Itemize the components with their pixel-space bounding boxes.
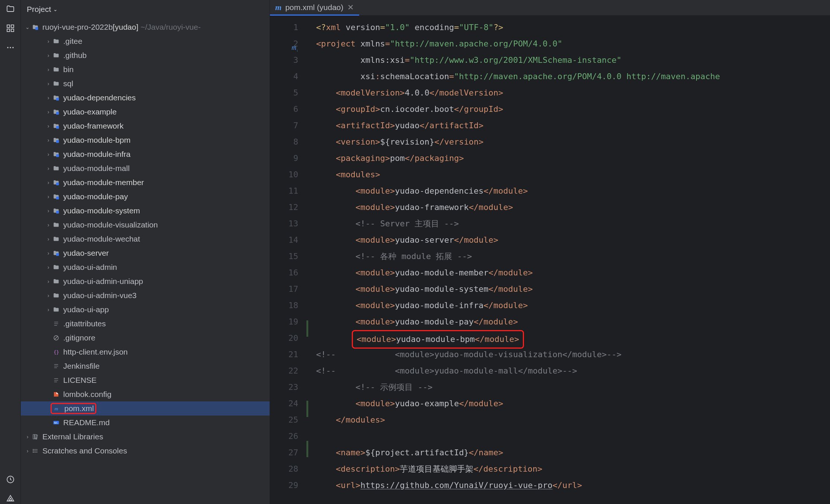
code-line-2: <project xmlns="http://maven.apache.org/… xyxy=(316,36,830,52)
code-line-24: <module>yudao-example</module> xyxy=(316,395,830,412)
svg-rect-17 xyxy=(56,197,59,200)
svg-point-26 xyxy=(33,450,33,451)
close-icon[interactable]: ✕ xyxy=(347,3,354,12)
svg-rect-11 xyxy=(56,98,59,101)
maven-icon: m xyxy=(275,3,282,12)
tree-item-sql[interactable]: ›sql xyxy=(21,77,270,91)
svg-rect-18 xyxy=(56,211,59,214)
more-icon[interactable] xyxy=(5,42,16,53)
editor-area: m pom.xml (yudao) ✕ 12m↓3456789101112131… xyxy=(270,0,830,504)
project-tree[interactable]: ⌄ruoyi-vue-pro-2022b [yudao]~/Java/ruoyi… xyxy=(21,19,270,504)
svg-text:M↓: M↓ xyxy=(54,421,58,424)
tree-external-libraries[interactable]: ›External Libraries xyxy=(21,430,270,444)
tree-item-.github[interactable]: ›.github xyxy=(21,48,270,62)
code-line-14: <module>yudao-server</module> xyxy=(316,232,830,248)
code-lines[interactable]: <?xml version="1.0" encoding="UTF-8"?><p… xyxy=(311,16,830,504)
code-line-11: <module>yudao-dependencies</module> xyxy=(316,183,830,199)
tree-item-pom.xml[interactable]: mpom.xml xyxy=(21,401,270,416)
code-line-19: <module>yudao-module-pay</module> xyxy=(316,314,830,330)
code-line-13: <!-- Server 主项目 --> xyxy=(316,216,830,232)
tree-item-yudao-ui-app[interactable]: ›yudao-ui-app xyxy=(21,303,270,317)
tree-item-bin[interactable]: ›bin xyxy=(21,62,270,77)
tree-root[interactable]: ⌄ruoyi-vue-pro-2022b [yudao]~/Java/ruoyi… xyxy=(21,20,270,34)
svg-point-6 xyxy=(12,47,14,48)
svg-rect-3 xyxy=(11,29,14,32)
code-line-6: <groupId>cn.iocoder.boot</groupId> xyxy=(316,101,830,117)
code-line-17: <module>yudao-module-system</module> xyxy=(316,281,830,297)
svg-text:m: m xyxy=(55,406,58,411)
svg-rect-16 xyxy=(56,182,59,185)
tree-item-yudao-module-pay[interactable]: ›yudao-module-pay xyxy=(21,190,270,204)
tree-item-yudao-example[interactable]: ›yudao-example xyxy=(21,105,270,119)
folder-icon[interactable] xyxy=(5,4,16,14)
tree-item-yudao-server[interactable]: ›yudao-server xyxy=(21,246,270,260)
svg-rect-2 xyxy=(7,29,10,32)
code-line-15: <!-- 各种 module 拓展 --> xyxy=(316,248,830,265)
code-line-9: <packaging>pom</packaging> xyxy=(316,150,830,167)
svg-point-25 xyxy=(33,449,33,450)
code-line-28: <description>芋道项目基础脚手架</description> xyxy=(316,461,830,477)
code-line-25: </modules> xyxy=(316,412,830,428)
tree-item-lombok.config[interactable]: lombok.config xyxy=(21,387,270,401)
tab-label: pom.xml (yudao) xyxy=(285,3,343,12)
tree-item-.gitattributes[interactable]: .gitattributes xyxy=(21,317,270,331)
tree-item-yudao-module-visualization[interactable]: ›yudao-module-visualization xyxy=(21,218,270,232)
svg-rect-14 xyxy=(56,140,59,143)
tree-item-yudao-ui-admin-vue3[interactable]: ›yudao-ui-admin-vue3 xyxy=(21,288,270,303)
project-panel-title: Project xyxy=(27,5,51,14)
svg-text:{}: {} xyxy=(54,350,59,355)
code-line-3: xmlns:xsi="http://www.w3.org/2001/XMLSch… xyxy=(316,52,830,68)
tree-item-http-client.env.json[interactable]: {}http-client.env.json xyxy=(21,345,270,359)
code-line-8: <version>${revision}</version> xyxy=(316,134,830,150)
tree-item-yudao-module-mall[interactable]: ›yudao-module-mall xyxy=(21,161,270,175)
tree-item-README.md[interactable]: M↓README.md xyxy=(21,416,270,430)
clock-icon[interactable] xyxy=(5,474,16,485)
tab-pom-xml[interactable]: m pom.xml (yudao) ✕ xyxy=(270,0,359,15)
code-line-1: <?xml version="1.0" encoding="UTF-8"?> xyxy=(316,19,830,36)
code-line-20: <module>yudao-module-bpm</module>取消注释 xyxy=(316,330,830,346)
tree-item-yudao-module-bpm[interactable]: ›yudao-module-bpm xyxy=(21,133,270,147)
structure-icon[interactable] xyxy=(5,23,16,33)
code-editor[interactable]: 12m↓345678910111213141516171819202122232… xyxy=(270,16,830,504)
code-line-4: xsi:schemaLocation="http://maven.apache.… xyxy=(316,68,830,85)
tree-item-yudao-module-system[interactable]: ›yudao-module-system xyxy=(21,204,270,218)
svg-rect-12 xyxy=(56,112,59,115)
project-panel: Project ⌄ ⌄ruoyi-vue-pro-2022b [yudao]~/… xyxy=(21,0,270,504)
svg-point-5 xyxy=(10,47,11,48)
code-line-7: <artifactId>yudao</artifactId> xyxy=(316,117,830,134)
project-panel-header[interactable]: Project ⌄ xyxy=(21,0,270,19)
tree-item-yudao-framework[interactable]: ›yudao-framework xyxy=(21,119,270,133)
code-line-16: <module>yudao-module-member</module> xyxy=(316,265,830,281)
tree-item-yudao-ui-admin-uniapp[interactable]: ›yudao-ui-admin-uniapp xyxy=(21,274,270,288)
change-markers xyxy=(304,16,311,504)
svg-marker-9 xyxy=(9,498,12,501)
tree-item-LICENSE[interactable]: LICENSE xyxy=(21,373,270,387)
code-line-27: <name>${project.artifactId}</name> xyxy=(316,445,830,461)
tree-item-Jenkinsfile[interactable]: Jenkinsfile xyxy=(21,359,270,373)
tree-item-yudao-dependencies[interactable]: ›yudao-dependencies xyxy=(21,91,270,105)
svg-rect-1 xyxy=(11,25,14,28)
code-line-21: <!-- <module>yudao-module-visualization<… xyxy=(316,346,830,363)
tree-item-.gitignore[interactable]: .gitignore xyxy=(21,331,270,345)
svg-rect-15 xyxy=(56,154,59,157)
svg-rect-0 xyxy=(7,25,10,28)
tree-item-yudao-module-member[interactable]: ›yudao-module-member xyxy=(21,175,270,190)
code-line-18: <module>yudao-module-infra</module> xyxy=(316,297,830,314)
svg-rect-19 xyxy=(56,253,59,256)
code-line-12: <module>yudao-framework</module> xyxy=(316,199,830,216)
tree-item-yudao-ui-admin[interactable]: ›yudao-ui-admin xyxy=(21,260,270,274)
gutter: 12m↓345678910111213141516171819202122232… xyxy=(270,16,304,504)
tree-item-yudao-module-infra[interactable]: ›yudao-module-infra xyxy=(21,147,270,161)
svg-point-27 xyxy=(33,452,33,453)
code-line-23: <!-- 示例项目 --> xyxy=(316,379,830,395)
svg-rect-10 xyxy=(35,27,38,30)
svg-rect-13 xyxy=(56,126,59,129)
tree-item-yudao-module-wechat[interactable]: ›yudao-module-wechat xyxy=(21,232,270,246)
svg-point-4 xyxy=(7,47,9,48)
tree-item-.gitee[interactable]: ›.gitee xyxy=(21,34,270,48)
run-icon[interactable] xyxy=(5,494,16,504)
tree-scratches[interactable]: ›Scratches and Consoles xyxy=(21,444,270,458)
code-line-5: <modelVersion>4.0.0</modelVersion> xyxy=(316,85,830,101)
editor-tabs: m pom.xml (yudao) ✕ xyxy=(270,0,830,16)
code-line-29: <url>https://github.com/YunaiV/ruoyi-vue… xyxy=(316,477,830,494)
